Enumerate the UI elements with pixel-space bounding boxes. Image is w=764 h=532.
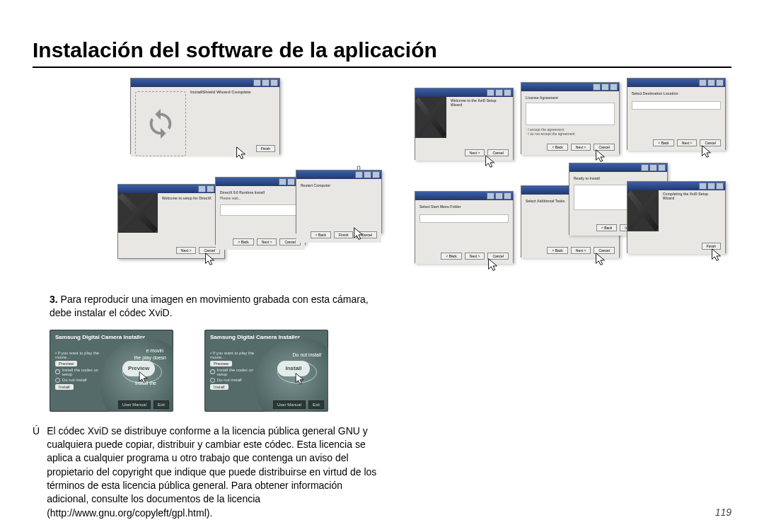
cursor-icon [202, 252, 218, 267]
window-xvid-welcome: Welcome to the XviD Setup Wizard Next > … [415, 88, 514, 160]
window-select-destination: Select Destination Location < Back Next … [627, 78, 726, 150]
back-button[interactable]: < Back [311, 231, 331, 238]
footnote-marker: Ú [33, 424, 40, 520]
next-button[interactable]: Next > [465, 253, 485, 260]
window-subheading: Please wait... [220, 196, 301, 200]
window-heading: License Agreement [526, 96, 615, 100]
back-button[interactable]: < Back [441, 253, 461, 260]
next-button[interactable]: Next > [677, 139, 698, 146]
window-installshield-complete: InstallShield Wizard Complete Finish [130, 78, 280, 154]
footnote: Ú El códec XviD se distribuye conforme a… [33, 424, 386, 520]
next-button[interactable]: Next > [571, 144, 591, 151]
cursor-icon [485, 258, 501, 273]
back-button[interactable]: < Back [547, 247, 567, 254]
preview-button[interactable]: Preview [210, 361, 232, 366]
cursor-icon [137, 371, 151, 385]
window-heading: Ready to Install [574, 176, 663, 180]
cursor-icon [593, 252, 608, 267]
installer-preview-thumbnail: Samsung Digital Camera Installer • If yo… [50, 330, 173, 412]
window-restart-computer: Restart Computer < Back Finish Cancel [296, 170, 382, 233]
cursor-icon [293, 372, 307, 386]
xvid-logo-icon [415, 97, 446, 138]
exit-button[interactable]: Exit [308, 400, 324, 409]
caption-text: the play doesn [134, 355, 166, 360]
exit-button[interactable]: Exit [154, 400, 169, 409]
left-screenshot-cluster: InstallShield Wizard Complete Finish We [33, 78, 386, 276]
install-button[interactable]: Install [55, 384, 74, 390]
cursor-icon [351, 226, 366, 242]
window-directx-install: DirectX 9.0 Runtime Install Please wait.… [215, 177, 306, 245]
cursor-icon [709, 248, 724, 263]
window-completing-wizard: Completing the XviD Setup Wizard Finish [627, 181, 726, 253]
page-number: 119 [715, 507, 731, 518]
window-heading: Select Destination Location [632, 91, 721, 96]
back-button[interactable]: < Back [233, 238, 253, 245]
window-heading: DirectX 9.0 Runtime Install [220, 190, 301, 195]
cursor-icon [593, 149, 608, 164]
back-button[interactable]: < Back [596, 224, 617, 231]
page-title: Instalación del software de la aplicació… [33, 38, 731, 68]
cursor-icon [699, 144, 714, 160]
window-license-agreement: License Agreement ◦ I accept the agreeme… [521, 82, 620, 154]
caption-text: e movin [146, 348, 163, 353]
refresh-icon [144, 108, 177, 140]
window-heading: Completing the XviD Setup Wizard [663, 192, 718, 200]
next-button[interactable]: Next > [176, 247, 197, 254]
user-manual-button[interactable]: User Manual [273, 400, 306, 409]
finish-button[interactable]: Finish [256, 145, 275, 152]
window-start-menu-folder: Select Start Menu Folder < Back Next > C… [415, 191, 514, 263]
back-button[interactable]: < Back [547, 144, 567, 151]
step-number: 3. [50, 294, 58, 305]
right-screenshot-cluster: Welcome to the XviD Setup Wizard Next > … [415, 78, 731, 290]
installer-install-thumbnail: Samsung Digital Camera Installer • If yo… [204, 330, 328, 412]
window-heading: Welcome to setup for DirectX [162, 196, 212, 200]
footnote-text: El códec XviD se distribuye conforme a l… [47, 424, 386, 520]
illustration-placeholder [135, 91, 186, 156]
user-manual-button[interactable]: User Manual [118, 400, 151, 409]
install-button[interactable]: Install [210, 384, 228, 390]
next-button[interactable]: Next > [571, 247, 591, 254]
window-heading: Welcome to the XviD Setup Wizard [451, 98, 506, 107]
preview-button[interactable]: Preview [55, 361, 77, 366]
window-heading: InstallShield Wizard Complete [190, 90, 251, 95]
xvid-logo-icon [627, 190, 659, 231]
cursor-icon [482, 154, 498, 170]
step-3: 3. Para reproducir una imagen en movimie… [50, 293, 386, 320]
caption-text: Do not install [293, 352, 321, 357]
step-text: Para reproducir una imagen en movimiento… [50, 294, 369, 318]
window-heading: Restart Computer [301, 183, 377, 187]
cursor-icon [233, 146, 249, 161]
window-heading: Select Start Menu Folder [419, 204, 509, 209]
window-directx-welcome: Welcome to setup for DirectX Next > Canc… [117, 184, 225, 259]
back-button[interactable]: < Back [653, 139, 673, 146]
directx-logo-icon [118, 193, 158, 233]
next-button[interactable]: Next > [257, 238, 277, 245]
